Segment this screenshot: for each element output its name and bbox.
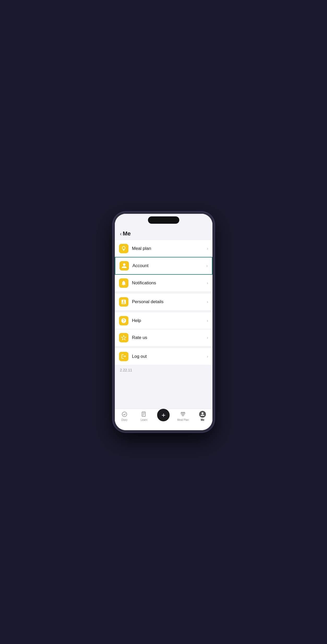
rate-us-label: Rate us [132, 335, 207, 340]
meal-plan-chevron: › [207, 246, 208, 251]
learn-tab-label: Learn [141, 418, 147, 421]
menu-item-notifications[interactable]: Notifications › [115, 275, 212, 291]
tab-me[interactable]: Me [193, 411, 212, 421]
back-button[interactable]: ‹ Me [120, 230, 207, 237]
screen: ‹ Me Meal plan › [115, 214, 212, 430]
help-label: Help [132, 318, 207, 323]
section-account: Account › [115, 257, 212, 275]
menu-item-log-out[interactable]: Log out › [115, 348, 212, 365]
log-out-label: Log out [132, 354, 207, 359]
notifications-chevron: › [207, 281, 208, 285]
personal-details-label: Personal details [132, 299, 207, 304]
tab-learn[interactable]: Learn [134, 411, 154, 421]
learn-icon [141, 411, 147, 418]
log-out-icon [119, 352, 128, 361]
notifications-label: Notifications [132, 280, 207, 286]
personal-details-icon [119, 297, 128, 307]
tab-meal-plan[interactable]: Meal Plan [173, 411, 193, 421]
back-chevron-icon: ‹ [120, 231, 122, 237]
svg-point-0 [122, 412, 127, 417]
account-icon [120, 261, 129, 271]
phone-frame: ‹ Me Meal plan › [113, 212, 215, 432]
content: Meal plan › Account › [115, 240, 212, 409]
menu-item-help[interactable]: Help › [115, 312, 212, 329]
tab-add-button[interactable]: + [157, 409, 170, 421]
log-out-chevron: › [207, 354, 208, 359]
menu-item-personal-details[interactable]: Personal details › [115, 294, 212, 310]
account-chevron: › [206, 263, 207, 268]
meal-plan-icon [119, 244, 128, 253]
personal-details-chevron: › [207, 300, 208, 304]
section-help-rate: Help › Rate us › [115, 312, 212, 346]
separator-2 [115, 310, 212, 312]
tab-bar: Diary Learn + [115, 409, 212, 430]
account-label: Account [133, 263, 206, 268]
meal-plan-tab-label: Meal Plan [177, 418, 189, 421]
rate-us-icon [119, 333, 128, 342]
help-chevron: › [207, 318, 208, 323]
version-text: 2.22.11 [115, 365, 212, 375]
menu-item-rate-us[interactable]: Rate us › [115, 329, 212, 346]
section-personal: Personal details › [115, 294, 212, 310]
separator-3 [115, 346, 212, 348]
tab-add-wrapper: + [154, 411, 173, 421]
header-title: Me [123, 230, 131, 237]
me-tab-icon [199, 411, 206, 418]
me-tab-label: Me [201, 418, 204, 421]
section-notifications: Notifications › [115, 275, 212, 291]
diary-tab-label: Diary [121, 418, 127, 421]
notifications-icon [119, 278, 128, 288]
section-logout: Log out › [115, 348, 212, 365]
meal-plan-tab-icon [180, 411, 186, 418]
me-avatar [199, 411, 206, 418]
meal-plan-label: Meal plan [132, 246, 207, 251]
header: ‹ Me [115, 228, 212, 240]
notch [148, 216, 179, 224]
menu-item-meal-plan[interactable]: Meal plan › [115, 240, 212, 257]
menu-item-account[interactable]: Account › [115, 257, 212, 275]
tab-diary[interactable]: Diary [115, 411, 134, 421]
diary-icon [121, 411, 128, 418]
help-icon [119, 316, 128, 325]
rate-us-chevron: › [207, 335, 208, 340]
separator-1 [115, 291, 212, 294]
section-top: Meal plan › [115, 240, 212, 257]
